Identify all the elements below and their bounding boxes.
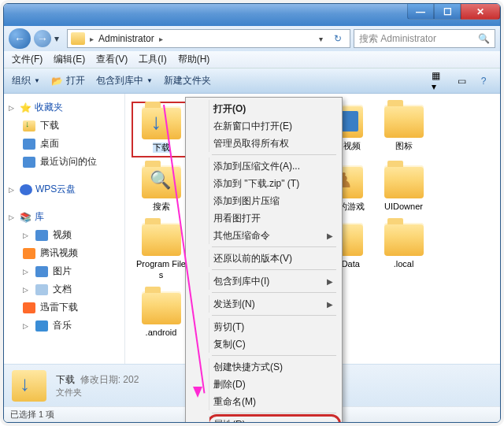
- menu-edit[interactable]: 编辑(E): [54, 53, 85, 66]
- ctx-open-new-window[interactable]: 在新窗口中打开(E): [209, 117, 339, 135]
- close-button[interactable]: ✕: [461, 4, 500, 20]
- view-options-button[interactable]: ▦ ▾: [431, 73, 448, 89]
- ctx-copy[interactable]: 复制(C): [209, 335, 339, 353]
- crumb-sep-icon: ▸: [90, 35, 94, 43]
- ctx-rename[interactable]: 重命名(M): [209, 393, 339, 410]
- menu-tools[interactable]: 工具(I): [139, 53, 166, 66]
- ctx-shortcut[interactable]: 创建快捷方式(S): [209, 358, 339, 376]
- preview-pane-button[interactable]: ▭: [453, 73, 470, 89]
- sb-recent[interactable]: 最近访问的位: [7, 153, 121, 171]
- ctx-other-compress[interactable]: 其他压缩命令▶: [209, 227, 339, 244]
- menu-view[interactable]: 查看(V): [96, 53, 128, 66]
- menu-help[interactable]: 帮助(H): [178, 53, 210, 66]
- sb-pictures[interactable]: ▷图片: [7, 262, 121, 280]
- context-menu: 打开(O) 在新窗口中打开(E) 管理员取得所有权 添加到压缩文件(A)... …: [185, 97, 343, 423]
- menu-file[interactable]: 文件(F): [12, 53, 43, 66]
- address-row: ← → ▾ ▸ Administrator ▸ ▾ ↻ 搜索 Administr…: [4, 26, 500, 51]
- tb-organize[interactable]: 组织▼: [12, 74, 40, 87]
- maximize-button[interactable]: ☐: [434, 4, 461, 20]
- sb-txvideo[interactable]: 腾讯视频: [7, 244, 121, 262]
- folder-icons[interactable]: 图标: [374, 102, 433, 157]
- folder-local[interactable]: .local: [374, 220, 433, 283]
- sb-xunlei[interactable]: 迅雷下载: [7, 298, 121, 317]
- help-button[interactable]: ?: [475, 73, 492, 89]
- tb-open[interactable]: 📂打开: [51, 74, 85, 87]
- ctx-cut[interactable]: 剪切(T): [209, 318, 339, 335]
- ctx-open-image[interactable]: 用看图打开: [209, 209, 339, 227]
- user-folder-icon: [71, 32, 85, 45]
- ctx-properties[interactable]: 属性(R): [209, 416, 339, 423]
- folder-uidowner[interactable]: UIDowner: [374, 162, 433, 215]
- search-icon: 🔍: [478, 33, 490, 44]
- sb-favorites[interactable]: ▷⭐ 收藏夹: [7, 98, 121, 117]
- folder-search[interactable]: 搜索: [132, 162, 191, 215]
- crumb-admin[interactable]: Administrator: [98, 33, 154, 44]
- menu-bar: 文件(F) 编辑(E) 查看(V) 工具(I) 帮助(H): [4, 51, 500, 69]
- details-name: 下载: [56, 374, 75, 385]
- sb-downloads[interactable]: 下载: [7, 117, 121, 135]
- nav-history-dropdown[interactable]: ▾: [54, 33, 64, 44]
- minimize-button[interactable]: —: [407, 4, 434, 20]
- forward-button[interactable]: →: [34, 30, 51, 47]
- folder-downloads[interactable]: 下载: [132, 102, 191, 157]
- titlebar[interactable]: — ☐ ✕: [4, 4, 500, 26]
- tb-include-lib[interactable]: 包含到库中▼: [96, 74, 153, 87]
- back-button[interactable]: ←: [9, 28, 31, 49]
- annotation-arrow-head: [193, 387, 202, 398]
- search-placeholder: 搜索 Administrator: [359, 32, 436, 46]
- sb-wps[interactable]: ▷WPS云盘: [7, 180, 121, 198]
- explorer-window: — ☐ ✕ ← → ▾ ▸ Administrator ▸ ▾ ↻ 搜索 Adm…: [3, 3, 501, 423]
- toolbar: 组织▼ 📂打开 包含到库中▼ 新建文件夹 ▦ ▾ ▭ ?: [4, 69, 500, 94]
- ctx-include-library[interactable]: 包含到库中(I)▶: [209, 272, 339, 290]
- sb-videos[interactable]: ▷视频: [7, 226, 121, 244]
- details-type: 文件夹: [56, 387, 139, 398]
- address-drop-icon[interactable]: ▾: [317, 35, 324, 43]
- ctx-restore-versions[interactable]: 还原以前的版本(V): [209, 250, 339, 267]
- details-date: 修改日期: 202: [80, 374, 139, 385]
- details-folder-icon: [12, 370, 46, 402]
- ctx-add-pic-compress[interactable]: 添加到图片压缩: [209, 192, 339, 209]
- ctx-add-archive[interactable]: 添加到压缩文件(A)...: [209, 157, 339, 175]
- nav-sidebar: ▷⭐ 收藏夹 下载 桌面 最近访问的位 ▷WPS云盘 ▷📚 库 ▷视频 腾讯视频…: [4, 94, 125, 364]
- sb-libraries[interactable]: ▷📚 库: [7, 208, 121, 226]
- ctx-open[interactable]: 打开(O): [209, 100, 339, 117]
- ctx-take-ownership[interactable]: 管理员取得所有权: [209, 135, 339, 152]
- refresh-button[interactable]: ↻: [329, 30, 346, 47]
- crumb-sep-icon: ▸: [159, 35, 163, 43]
- address-bar[interactable]: ▸ Administrator ▸ ▾ ↻: [67, 29, 350, 48]
- search-input[interactable]: 搜索 Administrator 🔍: [354, 29, 495, 48]
- tb-new-folder[interactable]: 新建文件夹: [164, 74, 211, 87]
- ctx-add-zip[interactable]: 添加到 "下载.zip" (T): [209, 175, 339, 192]
- folder-android[interactable]: .android: [132, 288, 191, 341]
- sb-desktop[interactable]: 桌面: [7, 135, 121, 153]
- ctx-delete[interactable]: 删除(D): [209, 376, 339, 393]
- ctx-send-to[interactable]: 发送到(N)▶: [209, 295, 339, 313]
- sb-music[interactable]: ▷音乐: [7, 317, 121, 335]
- sb-documents[interactable]: ▷文档: [7, 280, 121, 298]
